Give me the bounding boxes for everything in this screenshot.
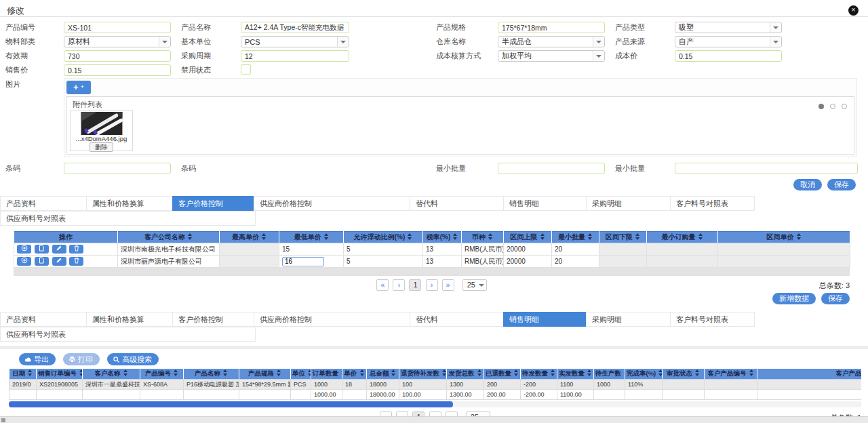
col-header-approval-status[interactable]: 审批状态 — [663, 369, 705, 380]
col-header-customer-product-name[interactable]: 客户产品名称 — [757, 369, 862, 380]
col-header-total-amount[interactable]: 总金额 — [367, 369, 399, 380]
col-header-order-qty[interactable]: 订单数量 — [311, 369, 342, 380]
page-size-select[interactable]: 25 — [462, 279, 487, 291]
detail-button[interactable] — [17, 257, 31, 266]
print-button[interactable]: 打印 — [63, 353, 100, 365]
add-data-button[interactable]: 新增数据 — [772, 293, 816, 304]
col-header-range-lower[interactable]: 区间下限 — [599, 232, 647, 243]
resize-grip[interactable] — [1, 418, 5, 422]
product-source-select[interactable]: 自产 — [675, 36, 782, 47]
panel-control-icon[interactable] — [830, 104, 835, 109]
last-page-button[interactable]: » — [442, 279, 454, 291]
save-price-button[interactable]: 保存 — [821, 293, 850, 304]
tab-customer-partno-map[interactable]: 客户料号对照表 — [670, 196, 755, 211]
cancel-button[interactable]: 取消 — [793, 179, 822, 190]
col-header-shipped-total[interactable]: 发货总数 — [447, 369, 484, 380]
tab-attr-price-conversion[interactable]: 属性和价格换算 — [86, 312, 173, 327]
tab-product-info[interactable]: 产品资料 — [0, 196, 87, 211]
costing-method-select[interactable]: 加权平均 — [498, 50, 605, 62]
edit-button[interactable] — [52, 257, 66, 266]
min-batch-input[interactable] — [498, 163, 605, 174]
dot-indicator-icon[interactable] — [818, 104, 824, 109]
col-header-tax-rate[interactable]: 税率(%) — [423, 232, 462, 243]
sum-cell — [705, 390, 757, 400]
detail-button[interactable] — [17, 245, 31, 254]
product-name-input[interactable] — [241, 22, 349, 33]
tab-substitute-material[interactable]: 替代料 — [410, 196, 504, 211]
copy-button[interactable] — [35, 257, 49, 266]
col-header-return-pending[interactable]: 退货待补发数 — [399, 369, 447, 380]
min-price-edit-input[interactable] — [282, 257, 324, 266]
horizontal-scrollbar-thumb[interactable] — [9, 401, 453, 407]
col-header-pending-qty[interactable]: 待发数量 — [521, 369, 557, 380]
add-image-button[interactable]: + + — [66, 81, 91, 94]
tab-supplier-price-control[interactable]: 供应商价格控制 — [254, 196, 410, 211]
tab-attr-price-conversion[interactable]: 属性和价格换算 — [86, 196, 173, 211]
export-button[interactable]: 导出 — [19, 353, 56, 365]
tab-customer-partno-map[interactable]: 客户料号对照表 — [670, 312, 755, 327]
tab-product-info[interactable]: 产品资料 — [0, 312, 87, 327]
tab-customer-price-control[interactable]: 客户价格控制 — [172, 196, 254, 211]
tab-supplier-price-control[interactable]: 供应商价格控制 — [254, 312, 410, 327]
col-header-customer-company[interactable]: 客户公司名称 — [118, 232, 220, 243]
col-header-customer-product-code[interactable]: 客户产品编号 — [705, 369, 757, 380]
disabled-status-checkbox[interactable] — [241, 64, 251, 75]
col-header-min-batch[interactable]: 最小批量 — [552, 232, 599, 243]
advanced-search-button[interactable]: 高级搜索 — [107, 353, 159, 365]
tab-supplier-partno-map[interactable]: 供应商料号对照表 — [0, 211, 256, 226]
col-header-unit[interactable]: 单位 — [291, 369, 311, 380]
tab-purchase-detail[interactable]: 采购明细 — [586, 196, 671, 211]
col-header-returned-qty[interactable]: 已退数量 — [484, 369, 521, 380]
save-button[interactable]: 保存 — [827, 179, 856, 190]
col-header-sales-order-no[interactable]: 销售订单编号 — [37, 369, 83, 380]
delete-button[interactable] — [69, 257, 83, 266]
product-code-input[interactable] — [64, 22, 171, 33]
copy-button[interactable] — [35, 245, 49, 254]
col-header-product-code[interactable]: 产品编号 — [140, 369, 184, 380]
col-header-to-produce[interactable]: 待生产数 — [594, 369, 625, 380]
col-header-date[interactable]: 日期 — [9, 369, 37, 380]
col-header-unit-price[interactable]: 单价 — [342, 369, 367, 380]
base-unit-select[interactable]: PCS — [241, 36, 349, 47]
attachment-thumbnail-card[interactable]: ...x4DomA446.jpg 删除 — [70, 110, 133, 151]
col-header-min-order-qty[interactable]: 最小订购量 — [647, 232, 718, 243]
col-header-float-ratio[interactable]: 允许浮动比例(%) — [344, 232, 423, 243]
min-batch-input-2[interactable] — [675, 163, 858, 174]
barcode-input[interactable] — [64, 163, 171, 174]
close-icon[interactable]: × — [848, 5, 859, 16]
first-page-button[interactable]: « — [376, 279, 389, 291]
current-page[interactable]: 1 — [409, 279, 421, 291]
col-header-completion-rate[interactable]: 完成率(%) — [625, 369, 663, 380]
sale-price-input[interactable] — [64, 64, 171, 76]
panel-control-icon[interactable] — [842, 104, 847, 109]
next-page-button[interactable]: › — [426, 279, 438, 291]
col-header-min-price[interactable]: 最低单价 — [279, 232, 344, 243]
validity-input[interactable] — [64, 50, 171, 62]
tab-purchase-detail[interactable]: 采购明细 — [586, 312, 671, 327]
cost-price-input[interactable] — [675, 50, 782, 62]
col-header-actual-qty[interactable]: 实发数量 — [557, 369, 594, 380]
horizontal-scrollbar-track[interactable] — [9, 401, 861, 407]
col-header-product-spec[interactable]: 产品规格 — [239, 369, 291, 380]
col-header-customer-name[interactable]: 客户名称 — [83, 369, 140, 380]
delete-attachment-button[interactable]: 删除 — [90, 142, 113, 152]
edit-button[interactable] — [52, 245, 66, 254]
prev-page-button[interactable]: ‹ — [393, 279, 405, 291]
delete-button[interactable] — [69, 245, 83, 254]
cell-company: 深圳市丽声源电子有限公司 — [118, 256, 220, 268]
warehouse-select[interactable]: 半成品仓 — [498, 36, 605, 47]
col-header-currency[interactable]: 币种 — [462, 232, 504, 243]
material-category-select[interactable]: 原材料 — [64, 36, 171, 47]
col-header-range-upper[interactable]: 区间上限 — [504, 232, 552, 243]
tab-customer-price-control[interactable]: 客户价格控制 — [172, 312, 254, 327]
tab-sales-detail[interactable]: 销售明细 — [503, 196, 587, 211]
col-header-max-price[interactable]: 最高单价 — [220, 232, 279, 243]
product-spec-input[interactable] — [498, 22, 605, 33]
product-type-select[interactable]: 吸塑 — [675, 22, 782, 33]
tab-sales-detail[interactable]: 销售明细 — [503, 312, 587, 327]
col-header-product-name[interactable]: 产品名称 — [184, 369, 239, 380]
tab-supplier-partno-map[interactable]: 供应商料号对照表 — [0, 327, 256, 342]
tab-substitute-material[interactable]: 替代料 — [410, 312, 504, 327]
purchase-cycle-input[interactable] — [241, 50, 349, 62]
col-header-range-price[interactable]: 区间单价 — [718, 232, 850, 243]
